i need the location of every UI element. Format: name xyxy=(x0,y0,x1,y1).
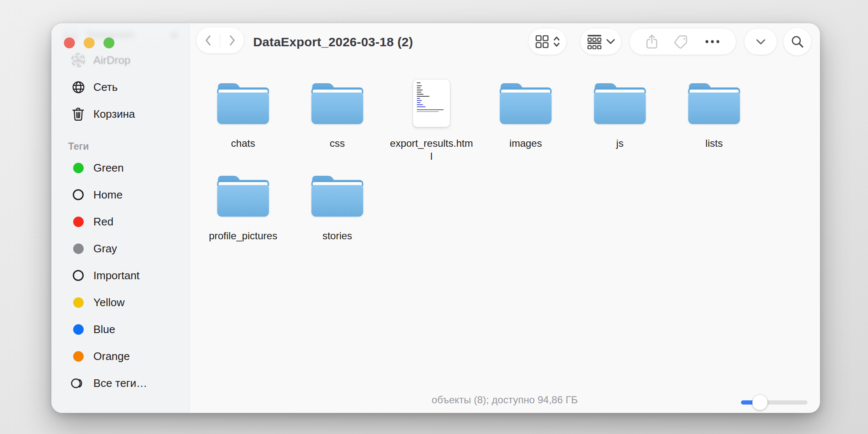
zoom-button[interactable] xyxy=(103,37,114,48)
nav-buttons xyxy=(196,27,244,53)
sidebar-tag-blue[interactable]: Blue xyxy=(51,319,189,339)
tag-label: Все теги… xyxy=(93,377,147,390)
file-tile-images[interactable]: images xyxy=(479,83,573,176)
toolbar-overflow-button[interactable] xyxy=(744,29,777,55)
finder-window: Telegram ⏏ xyxy=(51,23,820,413)
folder-icon xyxy=(573,83,667,124)
chevron-left-icon xyxy=(204,34,212,46)
tags-section-header: Теги xyxy=(51,140,189,153)
tag-label: Important xyxy=(93,269,140,282)
chevron-right-icon xyxy=(228,34,236,46)
toolbar-overflow-chevron-icon xyxy=(756,39,766,45)
tag-color-dot xyxy=(73,217,84,227)
tag-outline-dot xyxy=(73,189,84,200)
forward-button[interactable] xyxy=(220,27,244,53)
tag-label: Home xyxy=(93,188,122,201)
file-grid: chats css xyxy=(196,83,763,268)
all-tags-icon xyxy=(71,378,86,389)
sidebar-item-trash[interactable]: Корзина xyxy=(51,104,189,124)
ellipsis-icon xyxy=(705,40,720,44)
main-pane: DataExport_2026-03-18 (2) xyxy=(189,23,820,413)
sidebar: Telegram ⏏ xyxy=(51,23,190,413)
eject-icon: ⏏ xyxy=(170,29,178,39)
tag-color-dot xyxy=(73,243,84,254)
status-bar: объекты (8); доступно 94,86 ГБ xyxy=(189,393,820,413)
trash-icon xyxy=(71,107,86,122)
share-icon xyxy=(646,34,658,50)
file-name: stories xyxy=(323,229,352,242)
tag-color-dot xyxy=(73,324,84,335)
file-tile-js[interactable]: js xyxy=(573,83,667,176)
sidebar-tag-orange[interactable]: Orange xyxy=(51,346,189,366)
desktop: { "desktop": { "background_window_label"… xyxy=(0,0,868,434)
airdrop-icon xyxy=(71,53,86,67)
window-title: DataExport_2026-03-18 (2) xyxy=(253,29,413,55)
traffic-lights xyxy=(64,37,114,48)
status-text: объекты (8); доступно 94,86 ГБ xyxy=(189,394,820,406)
tag-label: Orange xyxy=(93,350,130,363)
sidebar-item-network[interactable]: Сеть xyxy=(51,77,189,97)
tag-outline-dot xyxy=(73,270,84,281)
sidebar-item-label: Корзина xyxy=(93,108,135,121)
html-document-icon xyxy=(384,83,479,124)
sidebar-tag-green[interactable]: Green xyxy=(51,158,189,178)
chevron-down-icon xyxy=(606,39,615,45)
slider-knob[interactable] xyxy=(752,395,767,410)
file-name: export_results.html xyxy=(389,137,474,163)
sidebar-list: AirDrop Сеть xyxy=(51,50,189,400)
back-button[interactable] xyxy=(196,27,220,53)
folder-icon xyxy=(667,83,761,124)
tag-label: Blue xyxy=(93,323,115,336)
sidebar-tag-gray[interactable]: Gray xyxy=(51,238,189,259)
group-view-icon xyxy=(587,34,602,49)
more-actions-button[interactable] xyxy=(705,40,720,44)
file-tile-stories[interactable]: stories xyxy=(290,176,384,268)
sidebar-item-label: AirDrop xyxy=(93,54,130,67)
tag-color-dot xyxy=(73,163,84,173)
tag-label: Yellow xyxy=(93,296,124,309)
tag-color-dot xyxy=(73,297,84,308)
file-name: profile_pictures xyxy=(209,229,278,242)
sidebar-tag-yellow[interactable]: Yellow xyxy=(51,292,189,312)
chevrons-up-down-icon xyxy=(553,35,560,48)
share-button[interactable] xyxy=(646,34,658,50)
folder-icon xyxy=(479,83,573,124)
tag-label: Gray xyxy=(93,242,117,255)
tag-label: Red xyxy=(93,215,114,228)
file-tile-chats[interactable]: chats xyxy=(196,83,290,176)
grouping-button[interactable] xyxy=(580,29,621,55)
file-name: lists xyxy=(705,137,722,150)
icon-size-slider[interactable] xyxy=(741,395,807,410)
minimize-button[interactable] xyxy=(84,37,95,48)
folder-icon xyxy=(196,176,290,217)
sidebar-item-airdrop[interactable]: AirDrop xyxy=(51,50,189,70)
file-tile-profile-pictures[interactable]: profile_pictures xyxy=(196,176,290,268)
tag-label: Green xyxy=(93,161,124,175)
folder-icon xyxy=(196,83,290,124)
folder-icon xyxy=(290,83,384,124)
globe-icon xyxy=(71,80,86,94)
tag-icon xyxy=(674,34,689,49)
tags-button[interactable] xyxy=(674,34,689,49)
sidebar-tag-important[interactable]: Important xyxy=(51,265,189,286)
actions-button-group xyxy=(630,29,736,55)
file-name: images xyxy=(509,137,542,150)
file-name: js xyxy=(616,137,623,150)
file-name: css xyxy=(330,137,345,150)
sidebar-tag-home[interactable]: Home xyxy=(51,185,189,205)
tag-color-dot xyxy=(73,351,84,362)
file-name: chats xyxy=(231,137,255,150)
grid-view-icon xyxy=(535,34,549,49)
sidebar-tag-red[interactable]: Red xyxy=(51,212,189,232)
close-button[interactable] xyxy=(64,37,75,48)
file-tile-export-results[interactable]: export_results.html xyxy=(384,83,479,176)
search-button[interactable] xyxy=(783,28,811,56)
sidebar-all-tags[interactable]: Все теги… xyxy=(51,373,189,393)
file-tile-css[interactable]: css xyxy=(290,83,384,176)
folder-icon xyxy=(290,176,384,217)
sidebar-item-label: Сеть xyxy=(93,81,118,94)
view-mode-button[interactable] xyxy=(529,29,566,55)
file-tile-lists[interactable]: lists xyxy=(667,83,761,176)
search-icon xyxy=(791,35,804,48)
